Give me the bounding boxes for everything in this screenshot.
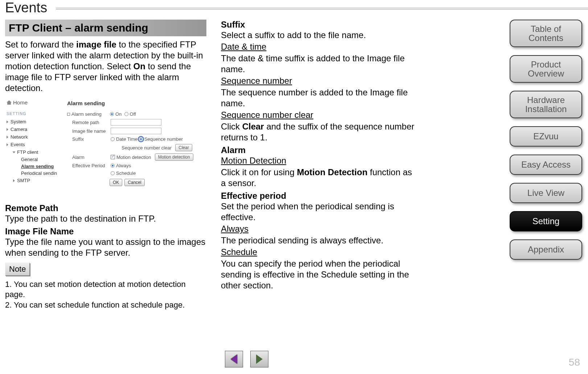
always-heading: Always xyxy=(221,224,248,234)
title-divider xyxy=(56,7,588,9)
text: Set to forward the xyxy=(5,40,74,49)
page-title: Events xyxy=(5,0,51,15)
ss-input xyxy=(111,119,161,126)
text: Date Time xyxy=(116,136,137,142)
text-bold: Motion Detection xyxy=(297,167,367,177)
suffix-heading: Suffix xyxy=(221,20,416,30)
arrow-right-icon xyxy=(256,354,263,364)
text-bold: Clear xyxy=(242,122,264,131)
checkbox-on-icon xyxy=(111,155,115,159)
ss-nav-ftp: FTP client xyxy=(13,148,63,156)
text: Motion detection xyxy=(116,155,151,160)
date-time-heading: Date & time xyxy=(221,42,266,52)
expand-icon xyxy=(13,179,15,182)
nav-setting-button[interactable]: Setting xyxy=(510,211,582,231)
bullet-icon xyxy=(67,113,70,116)
ss-ok-button: OK xyxy=(110,179,122,186)
note-1: 1. You can set motion detection at motio… xyxy=(5,279,206,299)
expand-icon xyxy=(13,151,16,153)
text: Off xyxy=(130,111,136,117)
ss-nav-general: General xyxy=(21,156,63,163)
ss-row-effective: Effective PeriodAlways xyxy=(67,163,204,168)
ss-row-remote-path: Remote path xyxy=(67,119,204,126)
ss-setting-header: SETTING xyxy=(7,111,63,116)
nav-hardware-button[interactable]: Hardware Installation xyxy=(510,91,582,118)
schedule-text: You can specify the period when the peri… xyxy=(221,258,416,291)
text: Always xyxy=(116,163,131,168)
date-time-text: The date & time suffix is added to the I… xyxy=(221,53,416,75)
ss-row-image-file: Image file name xyxy=(67,128,204,134)
radio-icon xyxy=(111,137,115,141)
ss-nav-events: Events xyxy=(7,141,63,148)
radio-off-icon xyxy=(124,112,128,116)
ss-panel-title: Alarm sending xyxy=(67,100,204,106)
text: Image file name xyxy=(72,128,111,134)
text: Click it on for using xyxy=(221,167,295,177)
page-number: 58 xyxy=(569,357,580,368)
expand-icon xyxy=(7,136,8,139)
text: Alarm sending xyxy=(71,111,110,117)
remote-path-heading: Remote Path xyxy=(5,203,206,213)
text: FTP client xyxy=(17,149,38,155)
expand-icon xyxy=(7,128,8,131)
text: Remote path xyxy=(72,120,111,125)
nav-easy-access-button[interactable]: Easy Access xyxy=(510,155,582,175)
ss-row-suffix: SuffixDate Time Sequence number xyxy=(67,136,204,142)
always-text: The periodical sending is always effecti… xyxy=(221,235,416,246)
nav-product-button[interactable]: Product Overview xyxy=(510,55,582,83)
radio-icon xyxy=(111,171,115,175)
section-heading: FTP Client – alarm sending xyxy=(5,20,206,36)
ss-row-schedule: Schedule xyxy=(67,170,204,176)
ss-ok-row: OKCancel xyxy=(108,179,204,186)
settings-screenshot: Home SETTING System Camera Network Event… xyxy=(5,97,206,199)
text: Camera xyxy=(11,127,27,132)
nav-toc-button[interactable]: Table of Contents xyxy=(510,20,582,47)
text: Suffix xyxy=(72,136,111,142)
ss-nav-periodical: Periodical sendin xyxy=(21,170,63,177)
text: Network xyxy=(11,134,28,140)
text: Click xyxy=(221,122,240,131)
schedule-heading: Schedule xyxy=(221,247,257,257)
expand-icon xyxy=(7,120,8,123)
ss-nav-alarm-sending: Alarm sending xyxy=(21,163,63,170)
ss-input xyxy=(111,128,161,134)
ss-row-alarm-sending: Alarm sendingOn Off xyxy=(67,111,204,117)
effective-period-heading: Effective period xyxy=(221,191,416,201)
arrow-left-icon xyxy=(231,354,237,364)
sequence-clear-heading: Sequence number clear xyxy=(221,110,313,120)
text: Events xyxy=(11,142,25,147)
text: Sequence number clear xyxy=(122,145,172,151)
image-file-name-text: Type the file name you want to assign to… xyxy=(5,237,206,258)
nav-appendix-button[interactable]: Appendix xyxy=(510,239,582,260)
ss-home: Home xyxy=(7,99,63,106)
ss-nav-camera: Camera xyxy=(7,126,63,133)
intro-text: Set to forward the image file to the spe… xyxy=(5,39,206,94)
ss-row-alarm: AlarmMotion detection Motion detection xyxy=(67,153,204,161)
home-icon xyxy=(7,100,12,105)
text: System xyxy=(11,119,26,124)
prev-page-button[interactable] xyxy=(225,351,243,367)
ss-nav-network: Network xyxy=(7,133,63,141)
next-page-button[interactable] xyxy=(250,351,268,367)
remote-path-text: Type the path to the destination in FTP. xyxy=(5,213,206,224)
text-bold: image file xyxy=(76,40,116,49)
nav-live-view-button[interactable]: Live View xyxy=(510,183,582,203)
text: On xyxy=(115,111,122,117)
page-nav xyxy=(225,351,268,367)
motion-detection-text: Click it on for using Motion Detection f… xyxy=(221,167,416,189)
text: Effective Period xyxy=(72,163,111,168)
ss-clear-button: Clear xyxy=(175,144,192,151)
radio-on-icon xyxy=(110,112,114,116)
ss-cancel-button: Cancel xyxy=(124,179,144,186)
ss-nav-system: System xyxy=(7,118,63,126)
motion-detection-heading: Motion Detection xyxy=(221,156,286,165)
text: Alarm xyxy=(72,155,111,160)
expand-icon xyxy=(7,143,8,146)
suffix-text: Select a suffix to add to the file name. xyxy=(221,30,416,41)
alarm-heading: Alarm xyxy=(221,145,416,155)
sequence-clear-text: Click Clear and the suffix of the sequen… xyxy=(221,121,416,143)
nav-ezvuu-button[interactable]: EZvuu xyxy=(510,126,582,147)
text: Sequence number xyxy=(144,136,183,142)
ss-row-seq-clear: Sequence number clear Clear xyxy=(67,144,204,151)
ss-motion-button: Motion detection xyxy=(155,153,193,161)
